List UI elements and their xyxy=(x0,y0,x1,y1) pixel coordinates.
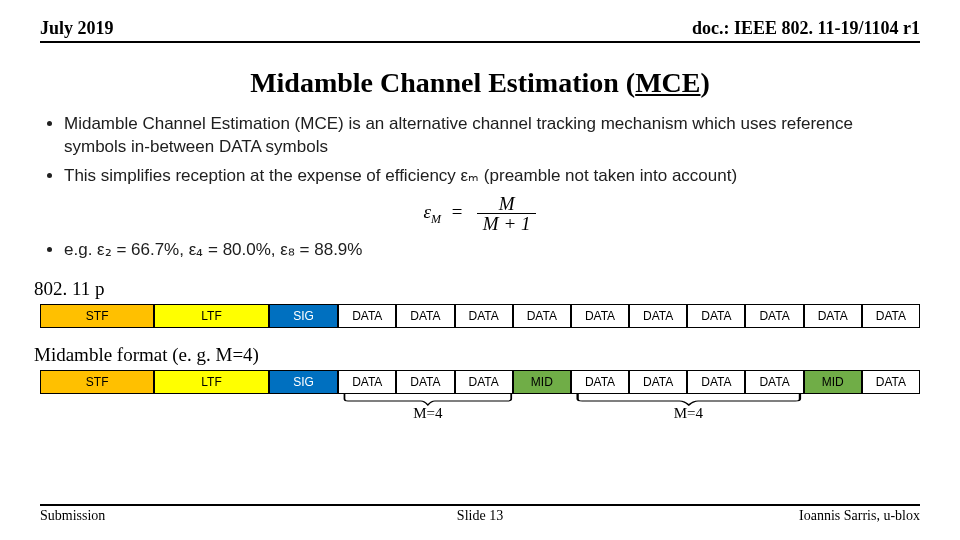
field-data: DATA xyxy=(455,304,513,328)
field-data: DATA xyxy=(629,304,687,328)
bracket-m4-left: M=4 xyxy=(341,393,515,419)
eq-numerator: M xyxy=(477,194,537,214)
bullet-list: Midamble Channel Estimation (MCE) is an … xyxy=(64,113,920,188)
section-label-80211p: 802. 11 p xyxy=(34,278,920,300)
field-data: DATA xyxy=(571,370,629,394)
field-mid: MID xyxy=(804,370,862,394)
field-data: DATA xyxy=(862,370,920,394)
field-data: DATA xyxy=(745,370,803,394)
eq-fraction: M M + 1 xyxy=(477,194,537,233)
bracket-label: M=4 xyxy=(341,405,515,422)
title-post: ) xyxy=(701,67,710,98)
field-data: DATA xyxy=(338,304,396,328)
bullet-list: e.g. ε₂ = 66.7%, ε₄ = 80.0%, ε₈ = 88.9% xyxy=(64,239,920,262)
bracket-m4-right: M=4 xyxy=(573,393,805,419)
field-stf: STF xyxy=(40,304,154,328)
field-data: DATA xyxy=(745,304,803,328)
field-data: DATA xyxy=(687,370,745,394)
footer-center: Slide 13 xyxy=(40,508,920,524)
bracket-label: M=4 xyxy=(573,405,805,422)
section-label-midamble: Midamble format (e. g. M=4) xyxy=(34,344,920,366)
page-title: Midamble Channel Estimation (MCE) xyxy=(40,67,920,99)
bullet-item: This simplifies reception at the expense… xyxy=(64,165,920,188)
bullet-item: e.g. ε₂ = 66.7%, ε₄ = 80.0%, ε₈ = 88.9% xyxy=(64,239,920,262)
field-data: DATA xyxy=(862,304,920,328)
header-doc: doc.: IEEE 802. 11-19/1104 r1 xyxy=(692,18,920,39)
field-data: DATA xyxy=(396,370,454,394)
header: July 2019 doc.: IEEE 802. 11-19/1104 r1 xyxy=(40,18,920,43)
bullet-item: Midamble Channel Estimation (MCE) is an … xyxy=(64,113,920,159)
field-data: DATA xyxy=(804,304,862,328)
footer: Submission Slide 13 Ioannis Sarris, u-bl… xyxy=(40,504,920,524)
field-data: DATA xyxy=(687,304,745,328)
eq-denominator: M + 1 xyxy=(477,214,537,233)
field-sig: SIG xyxy=(269,370,338,394)
field-ltf: LTF xyxy=(154,370,268,394)
field-data: DATA xyxy=(455,370,513,394)
bracket-row: M=4 M=4 xyxy=(40,393,920,419)
field-stf: STF xyxy=(40,370,154,394)
field-data: DATA xyxy=(338,370,396,394)
frame-row-80211p: STF LTF SIG DATA DATA DATA DATA DATA DAT… xyxy=(40,304,920,328)
field-mid: MID xyxy=(513,370,571,394)
title-pre: Midamble Channel Estimation ( xyxy=(250,67,635,98)
field-sig: SIG xyxy=(269,304,338,328)
title-underline: MCE xyxy=(635,67,700,98)
field-data: DATA xyxy=(571,304,629,328)
field-data: DATA xyxy=(513,304,571,328)
frame-row-midamble: STF LTF SIG DATA DATA DATA MID DATA DATA… xyxy=(40,370,920,394)
field-ltf: LTF xyxy=(154,304,268,328)
header-date: July 2019 xyxy=(40,18,114,39)
equation: εM = M M + 1 xyxy=(40,194,920,233)
field-data: DATA xyxy=(629,370,687,394)
field-data: DATA xyxy=(396,304,454,328)
eq-subscript: M xyxy=(431,211,441,225)
eq-symbol: ε xyxy=(424,201,432,222)
